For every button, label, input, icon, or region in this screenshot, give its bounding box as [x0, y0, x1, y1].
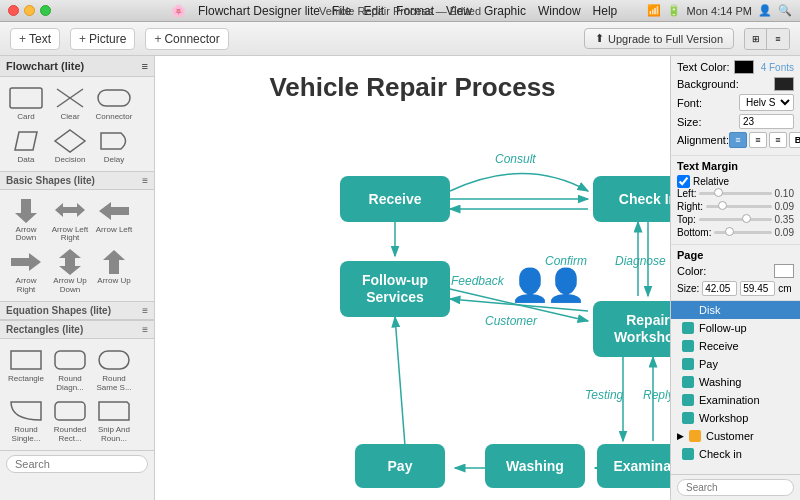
text-color-swatch[interactable]	[734, 60, 754, 74]
left-search-input[interactable]	[6, 455, 148, 473]
minimize-button[interactable]	[24, 5, 35, 16]
shape-round-same[interactable]: Round Same S...	[94, 345, 134, 393]
rect-collapse[interactable]: ≡	[142, 324, 148, 335]
text-button[interactable]: Text	[10, 28, 60, 50]
left-slider[interactable]	[699, 192, 771, 195]
svg-rect-14	[99, 351, 129, 369]
bottom-slider[interactable]	[714, 231, 771, 234]
close-button[interactable]	[8, 5, 19, 16]
bg-color-swatch[interactable]	[774, 77, 794, 91]
node-repair[interactable]: Repair Workshop	[593, 301, 670, 357]
align-right-button[interactable]: ≡	[769, 132, 787, 148]
node-examination[interactable]: Examination	[597, 444, 670, 488]
eq-shapes-collapse[interactable]: ≡	[142, 305, 148, 316]
node-checkin[interactable]: Check In	[593, 176, 670, 222]
text-color-section: Text Color: 4 Fonts Background: Font: He…	[671, 56, 800, 156]
left-search-bar[interactable]	[0, 450, 154, 477]
shape-delay[interactable]: Delay	[94, 126, 134, 165]
bold-button[interactable]: B	[789, 132, 800, 148]
top-slider[interactable]	[699, 218, 772, 221]
shape-card[interactable]: Card	[6, 83, 46, 122]
node-pay[interactable]: Pay	[355, 444, 445, 488]
shape-decision[interactable]: Decision	[50, 126, 90, 165]
margin-right-row: Right: 0.09	[677, 201, 794, 212]
search-icon[interactable]: 🔍	[778, 4, 792, 17]
list-view-button[interactable]: ≡	[767, 29, 789, 49]
label-confirm: Confirm	[545, 254, 587, 268]
connector-button[interactable]: Connector	[145, 28, 228, 50]
grid-view-button[interactable]: ⊞	[745, 29, 767, 49]
bottom-slider-thumb[interactable]	[725, 227, 734, 236]
layer-item[interactable]: Examination	[671, 391, 800, 409]
page-unit: cm	[778, 283, 791, 294]
basic-shapes-collapse[interactable]: ≡	[142, 175, 148, 186]
font-size-input[interactable]	[739, 114, 794, 129]
menu-graphic[interactable]: Graphic	[484, 4, 526, 18]
view-toggle[interactable]: ⊞ ≡	[744, 28, 790, 50]
align-left-button[interactable]: ≡	[729, 132, 747, 148]
layer-collapse-icon: ▶	[677, 431, 684, 441]
shape-data[interactable]: Data	[6, 126, 46, 165]
fonts-label[interactable]: 4 Fonts	[761, 62, 794, 73]
shape-connector[interactable]: Connector	[94, 83, 134, 122]
clock: Mon 4:14 PM	[687, 5, 752, 17]
user-icon: 👤	[758, 4, 772, 17]
shape-round-diagn[interactable]: Round Diagn...	[50, 345, 90, 393]
page-size-row: Size: cm	[677, 281, 794, 296]
node-receive[interactable]: Receive	[340, 176, 450, 222]
bottom-margin-value: 0.09	[775, 227, 794, 238]
shape-arrow-updown[interactable]: Arrow Up Down	[50, 247, 90, 295]
left-slider-thumb[interactable]	[714, 188, 723, 197]
right-search-bar[interactable]	[671, 474, 800, 500]
font-select[interactable]: Helv SC	[739, 94, 794, 111]
layer-dot	[682, 448, 694, 460]
shape-round-single[interactable]: Round Single...	[6, 396, 46, 444]
layer-item[interactable]: Disk	[671, 301, 800, 319]
shape-arrow-down[interactable]: Arrow Down	[6, 196, 46, 244]
menu-app[interactable]: 🌸	[171, 4, 186, 18]
page-width-input[interactable]	[702, 281, 737, 296]
layer-item[interactable]: ▶ Customer	[671, 427, 800, 445]
shape-rectangle[interactable]: Rectangle	[6, 345, 46, 393]
shape-arrow-lr[interactable]: Arrow Left Right	[50, 196, 90, 244]
page-color-label: Color:	[677, 265, 706, 277]
page-height-input[interactable]	[740, 281, 775, 296]
sidebar-collapse-icon[interactable]: ≡	[142, 60, 148, 72]
align-center-button[interactable]: ≡	[749, 132, 767, 148]
picture-button[interactable]: Picture	[70, 28, 135, 50]
window-controls[interactable]	[8, 5, 51, 16]
layer-item[interactable]: Washing	[671, 373, 800, 391]
relative-checkbox[interactable]	[677, 175, 690, 188]
shape-snip-round[interactable]: Snip And Roun...	[94, 396, 134, 444]
top-slider-thumb[interactable]	[742, 214, 751, 223]
shape-arrow-up[interactable]: Arrow Up	[94, 247, 134, 295]
upgrade-button[interactable]: ⬆ Upgrade to Full Version	[584, 28, 734, 49]
shape-arrow-left[interactable]: Arrow Left	[94, 196, 134, 244]
layer-item[interactable]: Workshop	[671, 409, 800, 427]
layer-item[interactable]: Pay	[671, 355, 800, 373]
alignment-label: Alignment:	[677, 134, 729, 146]
right-slider[interactable]	[706, 205, 771, 208]
maximize-button[interactable]	[40, 5, 51, 16]
page-color-swatch[interactable]	[774, 264, 794, 278]
shape-rounded-rect[interactable]: Rounded Rect...	[50, 396, 90, 444]
svg-marker-4	[15, 132, 37, 150]
node-washing[interactable]: Washing	[485, 444, 585, 488]
relative-label: Relative	[693, 176, 729, 187]
shape-clear[interactable]: Clear	[50, 83, 90, 122]
layer-dot	[682, 340, 694, 352]
right-search-input[interactable]	[677, 479, 794, 496]
canvas[interactable]: Vehicle Repair Process	[155, 56, 670, 500]
shape-arrow-right[interactable]: Arrow Right	[6, 247, 46, 295]
layer-item[interactable]: Check in	[671, 445, 800, 463]
menu-help[interactable]: Help	[593, 4, 618, 18]
node-followup[interactable]: Follow-up Services	[340, 261, 450, 317]
right-slider-thumb[interactable]	[718, 201, 727, 210]
menu-app-name[interactable]: Flowchart Designer lite	[198, 4, 320, 18]
page-size-label: Size:	[677, 283, 699, 294]
layer-dot	[682, 304, 694, 316]
layer-item[interactable]: Follow-up	[671, 319, 800, 337]
svg-marker-5	[55, 130, 85, 152]
layer-item[interactable]: Receive	[671, 337, 800, 355]
menu-window[interactable]: Window	[538, 4, 581, 18]
